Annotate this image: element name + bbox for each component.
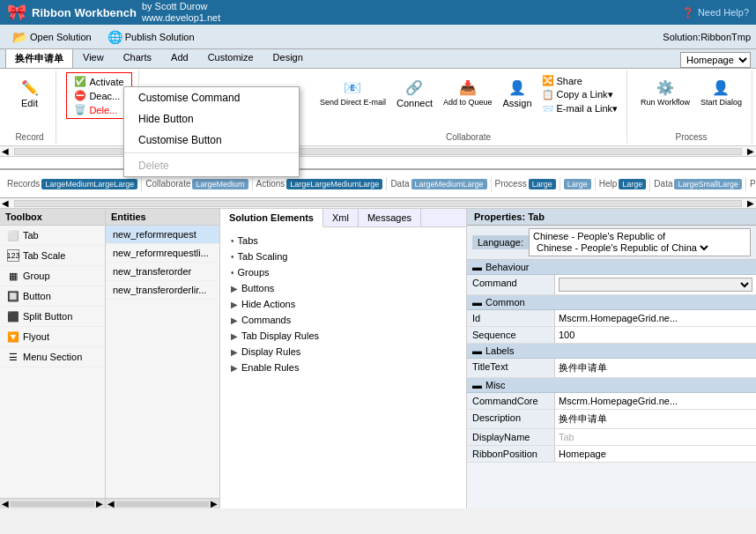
se-tab-solution[interactable]: Solution Elements [220,209,323,227]
assign-button[interactable]: 👤 Assign [499,74,537,111]
scroll-left-btn[interactable]: ◀ [0,146,11,156]
copy-link-button[interactable]: 📋 Copy a Link▾ [538,88,622,101]
scroll2-right-btn[interactable]: ▶ [745,198,756,208]
scroll-track-2[interactable] [14,200,742,207]
se-item-hide-actions[interactable]: ▶ Hide Actions [227,296,459,312]
tab-view[interactable]: View [73,48,114,68]
rr2-help-1: Help Large [596,177,651,191]
se-item-commands[interactable]: ▶ Commands [227,312,459,328]
entity-item-1[interactable]: new_reformrequestli... [106,244,219,263]
se-tab-messages[interactable]: Messages [359,209,421,226]
se-item-display-rules[interactable]: ▶ Tab Display Rules [227,328,459,344]
tab-entity[interactable]: 换件申请单 [5,48,73,68]
tab-customize[interactable]: Customize [198,48,263,68]
rr2-collab-badge-1[interactable]: LargeMedium [192,179,248,189]
delete-icon: 🗑️ [74,104,86,115]
homepage-select[interactable]: Homepage [680,52,751,68]
run-workflow-button[interactable]: ⚙️ Run Workflow [636,74,694,109]
toolbox-header: Toolbox [0,209,105,226]
se-item-enable-rules[interactable]: ▶ Enable Rules [227,360,459,375]
prop-description: Description 换件申请单 [467,410,756,429]
dialog-icon: 👤 [710,77,731,98]
rr2-data-badge-1[interactable]: LargeMediumLarge [411,179,487,189]
tab-charts[interactable]: Charts [114,48,161,68]
rr2-actions-badge-1[interactable]: LargeLargeMediumLarge [286,179,382,189]
delete-button[interactable]: 🗑️ Dele... [70,103,127,116]
tab-add[interactable]: Add [161,48,198,68]
section-misc[interactable]: ▬ Misc [467,378,756,393]
se-tab-xml[interactable]: Xml [323,209,359,226]
section-common[interactable]: ▬ Common [467,295,756,310]
prop-val-command[interactable] [555,275,756,294]
toolbox-scroll-right[interactable]: ▶ [94,499,105,508]
language-value: Chinese - People's Republic of Chinese -… [529,228,751,256]
toolbox-tab-scale[interactable]: 123 Tab Scale [0,246,105,266]
toolbox-split-button[interactable]: ⬛ Split Button [0,307,105,327]
toolbox-scroll-left[interactable]: ◀ [0,499,11,508]
activate-button[interactable]: ✅ Activate [70,75,127,88]
rr2-process-badge-1[interactable]: Large [529,179,556,189]
deactivate-button[interactable]: ⛔ Deac... [70,89,127,102]
rr2-large-badge-1[interactable]: Large [564,179,591,189]
entities-scroll-right[interactable]: ▶ [209,499,219,508]
toolbar: 📂 Open Solution 🌐 Publish Solution Solut… [0,25,756,49]
edit-button[interactable]: ✏️ Edit [15,74,45,111]
se-item-tab-scaling[interactable]: • Tab Scaling [227,248,459,264]
send-direct-email-button[interactable]: 📧 Send Direct E-mail [315,74,390,109]
entity-item-2[interactable]: new_transferorder [106,263,219,281]
toolbox-tab[interactable]: ⬜ Tab [0,226,105,246]
connect-button[interactable]: 🔗 Connect [392,74,437,111]
language-select[interactable]: Chinese - People's Republic of China [533,241,711,254]
email-link-button[interactable]: 📨 E-mail a Link▾ [538,102,622,115]
se-item-groups[interactable]: • Groups [227,264,459,280]
toolbar-buttons: 📂 Open Solution 🌐 Publish Solution [5,27,202,47]
entity-item-0[interactable]: new_reformrequest [106,226,219,244]
toolbox-hscroll[interactable]: ◀ ▶ [0,498,105,508]
command-select[interactable] [559,278,752,292]
open-solution-button[interactable]: 📂 Open Solution [5,27,99,47]
toolbox-tab-label: Tab [23,230,39,241]
se-item-display-rules-2[interactable]: ▶ Display Rules [227,344,459,360]
ctx-hide-button[interactable]: Hide Button [124,108,299,130]
share-button[interactable]: 🔀 Share [538,74,622,87]
se-content: • Tabs • Tab Scaling • Groups ▶ Buttons … [220,227,466,508]
entities-scroll-left[interactable]: ◀ [106,499,116,508]
prop-id: Id Mscrm.HomepageGrid.ne... [467,310,756,327]
split-button-icon: ⬛ [7,310,19,323]
homepage-selector[interactable]: Homepage [680,52,751,68]
rr2-help-badge-1[interactable]: Large [619,179,646,189]
rr2-records-badge-1[interactable]: LargeMediumLargeLarge [41,179,137,189]
toolbox-button[interactable]: 🔲 Button [0,286,105,307]
ribbon-group-collaborate: 📧 Send Direct E-mail 🔗 Connect 📥 Add to … [310,70,627,144]
entities-hscroll[interactable]: ◀ ▶ [106,498,219,508]
ctx-customise-button[interactable]: Customise Button [124,130,299,146]
ctx-customise-command[interactable]: Customise Command [124,87,299,108]
prop-val-sequence: 100 [555,327,756,343]
se-item-buttons[interactable]: ▶ Buttons [227,280,459,296]
prop-key-id: Id [467,310,555,326]
publish-solution-button[interactable]: 🌐 Publish Solution [100,27,202,47]
help-link[interactable]: ❓ Need Help? [682,7,749,19]
toolbox-flyout[interactable]: 🔽 Flyout [0,327,105,347]
start-dialog-button[interactable]: 👤 Start Dialog [696,74,746,109]
scroll2-left-btn[interactable]: ◀ [0,198,11,208]
scroll-right-btn[interactable]: ▶ [745,146,756,156]
prop-commandcore: CommandCore Mscrm.HomepageGrid.ne... [467,393,756,410]
ribbon-scrollbar-2[interactable]: ◀ ▶ [0,198,756,209]
prop-val-displayname: Tab [555,429,756,445]
section-behaviour[interactable]: ▬ Behaviour [467,260,756,275]
entity-item-3[interactable]: new_transferorderlir... [106,281,219,300]
entities-scroll-track[interactable] [116,501,209,507]
ribbon-scrollbar-1[interactable]: ◀ ▶ [0,146,756,157]
toolbox-menu-section[interactable]: ☰ Menu Section [0,347,105,367]
rr2-data-badge-2[interactable]: LargeSmallLarge [674,179,742,189]
add-to-queue-button[interactable]: 📥 Add to Queue [439,74,497,109]
tab-design[interactable]: Design [263,48,313,68]
prop-ribbonposition: RibbonPosition Homepage [467,446,756,463]
prop-key-commandcore: CommandCore [467,393,555,409]
section-labels[interactable]: ▬ Labels [467,344,756,359]
toolbox-button-label: Button [23,291,51,301]
toolbox-group[interactable]: ▦ Group [0,266,105,286]
se-item-tabs[interactable]: • Tabs [227,233,459,248]
toolbox-scroll-track[interactable] [11,501,94,507]
